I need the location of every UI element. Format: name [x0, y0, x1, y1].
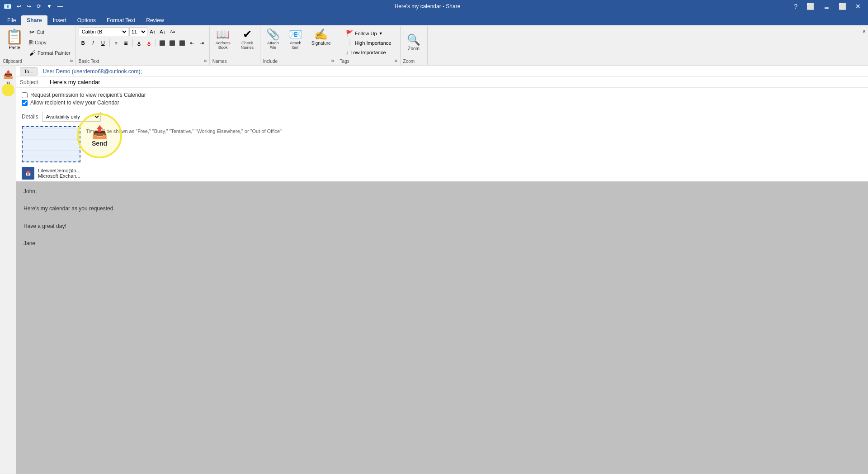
tab-share[interactable]: Share: [21, 15, 47, 25]
sender-email: LifewireDemo@o...: [38, 168, 80, 173]
attach-item-button[interactable]: 📧 AttachItem: [286, 27, 306, 52]
indent-increase-btn[interactable]: ⇥: [198, 38, 207, 47]
window-title: Here's my calendar - Share: [65, 3, 790, 9]
format-painter-icon: 🖌: [29, 49, 36, 57]
sender-info: 📅 LifewireDemo@o... Microsoft Exchan...: [16, 165, 868, 181]
send-indicator-circle: [2, 84, 14, 96]
tab-options[interactable]: Options: [72, 15, 101, 25]
subject-input[interactable]: [48, 77, 868, 87]
follow-up-label: Follow Up: [355, 31, 377, 36]
font-family-select[interactable]: Calibri (B: [79, 27, 128, 36]
send-panel[interactable]: 📤 Send: [0, 66, 16, 474]
clipboard-small-buttons: ✂ Cut ⎘ Copy 🖌 Format Painter: [27, 27, 73, 58]
tags-footer: Tags ⧉: [340, 58, 397, 64]
calendar-mini-preview: [22, 126, 80, 162]
calendar-preview: Time will be shown as "Free," "Busy," "T…: [16, 123, 868, 165]
details-select[interactable]: Availability only Limited details Full d…: [42, 112, 101, 122]
ribbon-group-zoom: 🔍 Zoom Zoom: [401, 26, 428, 65]
numbering-btn[interactable]: ≣: [122, 38, 131, 47]
clipboard-group-label: Clipboard: [3, 58, 22, 64]
follow-up-button[interactable]: 🚩 Follow Up ▼: [344, 29, 393, 38]
content-main: To... User Demo (userdemo68@outlook.com)…: [16, 66, 868, 474]
bold-button[interactable]: B: [79, 38, 88, 47]
collapse-ribbon-btn[interactable]: ∧: [860, 26, 868, 65]
basic-text-footer: Basic Text ⧉: [79, 58, 207, 64]
tab-review[interactable]: Review: [141, 15, 169, 25]
app-icon: 📧: [4, 3, 11, 10]
tab-format-text[interactable]: Format Text: [101, 15, 141, 25]
share-options: Request permission to view recipient's C…: [16, 88, 868, 110]
include-expander[interactable]: ⧉: [331, 59, 334, 63]
email-body[interactable]: John, Here's my calendar as you requeste…: [16, 182, 868, 474]
paste-button[interactable]: 📋 Paste: [3, 27, 26, 51]
italic-button[interactable]: I: [89, 38, 98, 47]
close-btn[interactable]: ✕: [852, 2, 864, 11]
attach-file-button[interactable]: 📎 AttachFile: [263, 27, 283, 52]
align-left-btn[interactable]: ⬛: [158, 38, 167, 47]
include-footer: Include ⧉: [263, 58, 334, 64]
highlight-btn[interactable]: A̲: [135, 38, 144, 47]
paste-icon: 📋: [5, 28, 24, 45]
ribbon-group-clipboard: 📋 Paste ✂ Cut ⎘ Copy 🖌: [0, 26, 76, 65]
increase-font-btn[interactable]: A↑: [148, 27, 157, 36]
refresh-btn[interactable]: ⟳: [35, 2, 43, 10]
font-size-select[interactable]: 11: [129, 27, 147, 36]
to-button[interactable]: To...: [20, 67, 38, 76]
check-names-button[interactable]: ✔ CheckNames: [237, 27, 257, 52]
indent-decrease-btn[interactable]: ⇤: [188, 38, 197, 47]
signature-icon: ✍: [314, 29, 328, 40]
high-importance-button[interactable]: ❕ High Importance: [344, 38, 393, 47]
bullets-btn[interactable]: ≡: [112, 38, 121, 47]
request-permission-input[interactable]: [22, 92, 28, 98]
attach-file-icon: 📎: [266, 29, 280, 40]
to-value[interactable]: User Demo (userdemo68@outlook.com);: [41, 66, 144, 76]
clear-format-btn[interactable]: Aa: [168, 27, 177, 36]
tab-insert[interactable]: Insert: [47, 15, 72, 25]
low-importance-button[interactable]: ↓ Low Importance: [344, 48, 393, 57]
copy-button[interactable]: ⎘ Copy: [27, 38, 73, 47]
address-book-label: AddressBook: [216, 41, 231, 50]
font-color-btn[interactable]: A̲: [145, 38, 154, 47]
minimize-btn[interactable]: 🗕: [820, 2, 833, 11]
include-group-label: Include: [263, 58, 278, 64]
signature-button[interactable]: ✍ Signature: [308, 27, 334, 47]
request-permission-label: Request permission to view recipient's C…: [30, 92, 146, 98]
redo-btn[interactable]: ↪: [25, 2, 33, 10]
align-center-btn[interactable]: ⬛: [168, 38, 177, 47]
basic-text-group-label: Basic Text: [79, 58, 99, 64]
request-permission-checkbox[interactable]: Request permission to view recipient's C…: [22, 92, 863, 98]
undo-btn[interactable]: ↩: [15, 2, 23, 10]
underline-button[interactable]: U: [99, 38, 108, 47]
allow-recipient-checkbox[interactable]: Allow recipient to view your Calendar: [22, 100, 863, 106]
details-label: Details: [22, 114, 38, 120]
align-right-btn[interactable]: ⬛: [178, 38, 187, 47]
tags-content: 🚩 Follow Up ▼ ❕ High Importance ↓ Low Im…: [344, 27, 393, 58]
check-names-icon: ✔: [243, 29, 252, 40]
ribbon: 📋 Paste ✂ Cut ⎘ Copy 🖌: [0, 25, 868, 66]
format-painter-button[interactable]: 🖌 Format Painter: [27, 48, 73, 58]
address-book-button[interactable]: 📖 AddressBook: [212, 27, 234, 52]
help-btn[interactable]: ?: [790, 2, 801, 11]
body-signature: Jane: [24, 239, 861, 248]
subject-row: Subject: [16, 77, 868, 88]
zoom-label: Zoom: [408, 46, 420, 51]
cut-button[interactable]: ✂ Cut: [27, 27, 73, 37]
zoom-button[interactable]: 🔍 Zoom: [404, 33, 424, 53]
decrease-font-btn[interactable]: A↓: [158, 27, 167, 36]
qs-dropdown-btn[interactable]: ▼: [45, 2, 54, 10]
format-painter-label: Format Painter: [38, 50, 71, 56]
maximize-btn[interactable]: ⬜: [835, 2, 850, 11]
address-book-icon: 📖: [216, 29, 230, 40]
tags-expander[interactable]: ⧉: [395, 59, 397, 63]
zoom-footer: Zoom: [403, 58, 425, 64]
tab-file[interactable]: File: [2, 15, 21, 25]
allow-recipient-input[interactable]: [22, 100, 28, 106]
send-small-icon: 📤: [3, 70, 13, 80]
qs-more-btn[interactable]: —: [56, 2, 65, 10]
zoom-icon: 🔍: [407, 34, 420, 45]
tags-group-label: Tags: [340, 58, 349, 64]
basic-text-expander[interactable]: ⧉: [204, 59, 207, 63]
body-greeting: John,: [24, 187, 861, 196]
clipboard-expander-icon[interactable]: ⧉: [70, 59, 73, 63]
ribbon-display-btn[interactable]: ⬜: [803, 2, 818, 11]
